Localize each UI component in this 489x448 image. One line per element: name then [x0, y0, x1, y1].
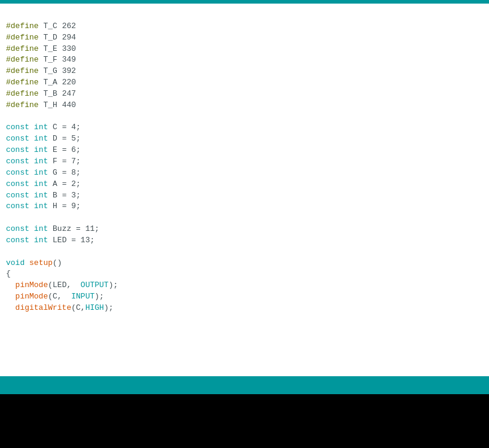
line-open-brace: {	[6, 269, 11, 278]
line-void-setup: void setup()	[6, 258, 62, 267]
line-const-g: const int G = 8;	[6, 168, 81, 177]
line-define-ta: #define T_A 220	[6, 78, 76, 87]
line-define-th: #define T_H 440	[6, 100, 76, 109]
line-const-e: const int E = 6;	[6, 145, 81, 154]
line-const-buzz: const int Buzz = 11;	[6, 224, 99, 233]
editor-area[interactable]: #define T_C 262 #define T_D 294 #define …	[0, 4, 489, 376]
line-const-b: const int B = 3;	[6, 191, 81, 200]
line-const-h: const int H = 9;	[6, 202, 81, 211]
line-digitalwrite: digitalWrite(C,HIGH);	[6, 303, 114, 312]
line-define-te: #define T_E 330	[6, 44, 76, 53]
line-const-a: const int A = 2;	[6, 179, 81, 188]
bottom-bar	[0, 376, 489, 394]
line-define-tg: #define T_G 392	[6, 66, 76, 75]
line-define-tf: #define T_F 349	[6, 55, 76, 64]
line-define-td: #define T_D 294	[6, 33, 76, 42]
line-define-tc: #define T_C 262	[6, 22, 76, 31]
code-content: #define T_C 262 #define T_D 294 #define …	[6, 10, 483, 325]
line-const-d: const int D = 5;	[6, 134, 81, 143]
line-const-c: const int C = 4;	[6, 123, 81, 132]
line-pinmode-led: pinMode(LED, OUTPUT);	[6, 281, 118, 289]
line-define-tb: #define T_B 247	[6, 89, 76, 98]
line-const-f: const int F = 7;	[6, 157, 81, 166]
line-const-led: const int LED = 13;	[6, 236, 94, 245]
black-bar	[0, 394, 489, 448]
line-pinmode-c: pinMode(C, INPUT);	[6, 292, 104, 301]
